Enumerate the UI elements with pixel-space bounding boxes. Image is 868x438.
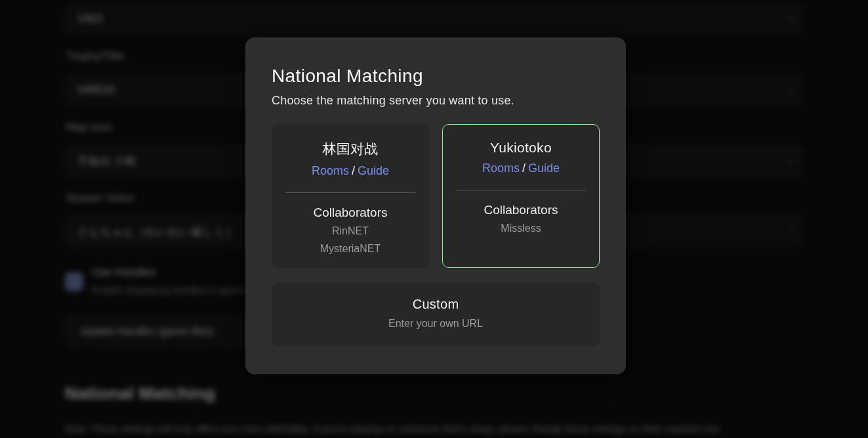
- modal-subtitle: Choose the matching server you want to u…: [272, 94, 600, 108]
- link-separator: /: [520, 162, 528, 175]
- collaborators-title: Collaborators: [443, 203, 599, 217]
- guide-link[interactable]: Guide: [358, 164, 389, 177]
- collaborator-name: Missless: [443, 222, 599, 235]
- custom-card-title: Custom: [272, 297, 600, 312]
- divider: [285, 192, 415, 193]
- server-card-linguoduizhan[interactable]: 林国对战 Rooms/Guide Collaborators RinNET My…: [272, 124, 429, 268]
- divider: [456, 190, 586, 190]
- rooms-link[interactable]: Rooms: [482, 162, 520, 175]
- server-links: Rooms/Guide: [443, 162, 599, 175]
- server-name: 林国对战: [272, 140, 428, 158]
- server-card-yukiotoko[interactable]: Yukiotoko Rooms/Guide Collaborators Miss…: [442, 124, 600, 268]
- server-card-custom[interactable]: Custom Enter your own URL: [272, 283, 600, 346]
- server-name: Yukiotoko: [443, 140, 599, 156]
- server-options-row: 林国对战 Rooms/Guide Collaborators RinNET My…: [272, 124, 600, 268]
- link-separator: /: [349, 164, 358, 177]
- modal-title: National Matching: [272, 66, 600, 87]
- custom-card-subtitle: Enter your own URL: [272, 318, 600, 330]
- collaborators-title: Collaborators: [272, 206, 428, 220]
- collaborator-name: RinNET: [272, 225, 428, 238]
- server-links: Rooms/Guide: [272, 164, 428, 178]
- national-matching-modal: National Matching Choose the matching se…: [245, 37, 626, 374]
- collaborator-name: MysteriaNET: [272, 242, 428, 255]
- guide-link[interactable]: Guide: [528, 162, 560, 175]
- rooms-link[interactable]: Rooms: [312, 164, 349, 177]
